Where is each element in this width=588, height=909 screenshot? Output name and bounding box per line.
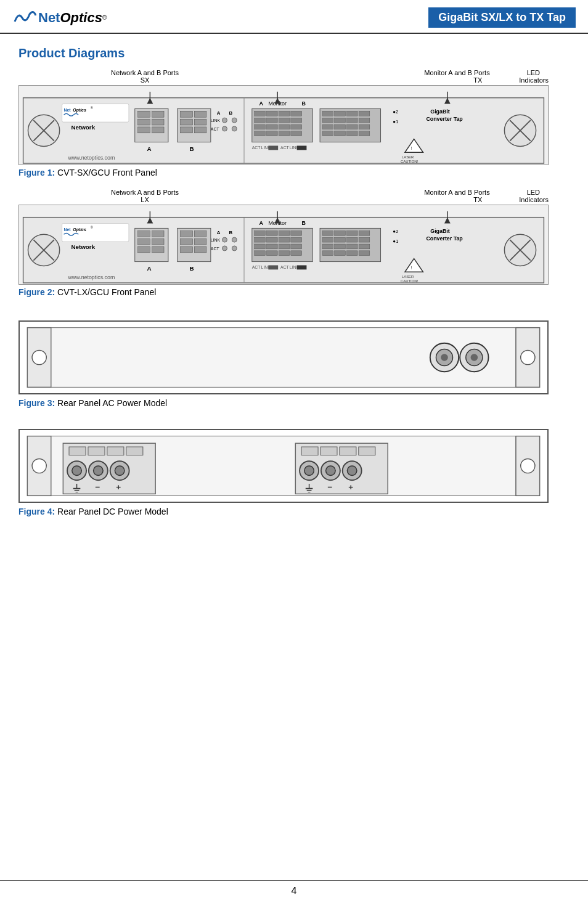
svg-rect-139 bbox=[266, 230, 277, 235]
svg-point-128 bbox=[232, 246, 237, 251]
logo-net-text: Net bbox=[38, 10, 60, 26]
svg-rect-109 bbox=[152, 238, 164, 245]
svg-rect-52 bbox=[266, 124, 277, 129]
svg-point-229 bbox=[326, 466, 335, 475]
svg-text:GigaBit: GigaBit bbox=[430, 108, 450, 115]
svg-rect-222 bbox=[301, 447, 318, 455]
figure2-caption: Figure 2: CVT-LX/GCU Front Panel bbox=[18, 287, 570, 297]
svg-text:●2: ●2 bbox=[393, 109, 398, 115]
logo-optics-text: Optics bbox=[60, 10, 102, 26]
fig2-tx-label: TX bbox=[473, 196, 482, 203]
svg-point-212 bbox=[94, 466, 103, 475]
figure1-diagram: Net Optics ® Network www.netoptics.com bbox=[18, 85, 549, 165]
svg-rect-46 bbox=[291, 111, 302, 116]
svg-rect-57 bbox=[279, 131, 290, 136]
svg-rect-151 bbox=[266, 251, 277, 256]
svg-rect-140 bbox=[279, 230, 290, 235]
svg-rect-148 bbox=[279, 244, 290, 249]
logo-registered: ® bbox=[102, 14, 107, 21]
svg-rect-176 bbox=[297, 265, 307, 269]
svg-rect-12 bbox=[152, 111, 164, 117]
svg-rect-142 bbox=[255, 237, 266, 242]
svg-rect-173 bbox=[268, 265, 278, 269]
svg-text:CAUTION!: CAUTION! bbox=[401, 279, 419, 283]
fig1-indicators-label: Indicators bbox=[519, 76, 549, 84]
svg-rect-167 bbox=[322, 251, 333, 256]
svg-rect-70 bbox=[346, 124, 357, 129]
fig2-monitor-ports-label: Monitor A and B Ports bbox=[424, 189, 489, 196]
svg-text:Net: Net bbox=[64, 108, 71, 112]
svg-rect-72 bbox=[322, 131, 333, 136]
svg-rect-153 bbox=[291, 251, 302, 256]
svg-point-33 bbox=[232, 126, 237, 131]
svg-point-200 bbox=[521, 350, 535, 364]
svg-rect-47 bbox=[255, 118, 266, 123]
main-content: Product Diagrams Network A and B Ports S… bbox=[0, 34, 588, 540]
svg-rect-208 bbox=[126, 447, 143, 455]
svg-rect-206 bbox=[88, 447, 105, 455]
svg-rect-114 bbox=[194, 230, 206, 237]
svg-rect-63 bbox=[359, 111, 370, 116]
svg-rect-156 bbox=[335, 230, 346, 235]
svg-rect-141 bbox=[291, 230, 302, 235]
svg-rect-169 bbox=[346, 251, 357, 256]
svg-rect-144 bbox=[279, 237, 290, 242]
page-footer: 4 bbox=[0, 880, 588, 897]
svg-text:+: + bbox=[116, 483, 121, 492]
svg-text:Optics: Optics bbox=[73, 108, 86, 113]
svg-text:Network: Network bbox=[71, 243, 95, 250]
svg-rect-155 bbox=[322, 230, 333, 235]
svg-rect-44 bbox=[266, 111, 277, 116]
svg-rect-75 bbox=[359, 131, 370, 136]
svg-rect-60 bbox=[322, 111, 333, 116]
svg-text:www.netoptics.com: www.netoptics.com bbox=[67, 274, 115, 280]
svg-rect-111 bbox=[152, 247, 164, 253]
svg-text:A: A bbox=[147, 265, 151, 272]
svg-rect-110 bbox=[138, 247, 150, 253]
svg-text:ACT: ACT bbox=[252, 145, 261, 150]
fig2-lx-label: LX bbox=[141, 196, 149, 203]
fig2-indicators-label: Indicators bbox=[519, 196, 549, 203]
svg-rect-18 bbox=[181, 111, 193, 117]
svg-rect-4 bbox=[62, 104, 129, 123]
svg-text:A: A bbox=[217, 110, 221, 116]
svg-rect-147 bbox=[266, 244, 277, 249]
svg-text:ACT: ACT bbox=[211, 127, 220, 131]
svg-rect-223 bbox=[321, 447, 337, 455]
svg-rect-69 bbox=[335, 124, 346, 129]
svg-text:A: A bbox=[259, 220, 264, 226]
svg-rect-138 bbox=[255, 230, 266, 235]
svg-rect-150 bbox=[255, 251, 266, 256]
svg-rect-166 bbox=[359, 244, 370, 249]
figure3-diagram bbox=[18, 320, 549, 394]
svg-rect-53 bbox=[279, 124, 290, 129]
svg-text:Converter Tap: Converter Tap bbox=[426, 235, 463, 242]
svg-rect-62 bbox=[346, 111, 357, 116]
logo-wave-icon bbox=[12, 9, 37, 26]
svg-rect-116 bbox=[194, 238, 206, 245]
svg-point-198 bbox=[471, 354, 478, 361]
svg-text:+: + bbox=[348, 483, 353, 492]
svg-text:−: − bbox=[96, 483, 100, 492]
svg-rect-78 bbox=[268, 145, 278, 150]
svg-rect-162 bbox=[359, 237, 370, 242]
fig1-tx-label: TX bbox=[473, 76, 482, 84]
svg-rect-159 bbox=[322, 237, 333, 242]
svg-text:®: ® bbox=[91, 226, 93, 229]
svg-rect-225 bbox=[359, 447, 375, 455]
svg-text:Network: Network bbox=[71, 124, 95, 131]
section-title: Product Diagrams bbox=[18, 46, 570, 60]
svg-point-127 bbox=[223, 246, 227, 251]
svg-text:!: ! bbox=[411, 266, 412, 270]
svg-point-125 bbox=[232, 237, 237, 242]
svg-rect-205 bbox=[69, 447, 86, 455]
svg-rect-14 bbox=[152, 119, 164, 125]
svg-text:●1: ●1 bbox=[393, 119, 398, 124]
svg-text:●2: ●2 bbox=[393, 229, 398, 234]
fig1-monitor-ports-label: Monitor A and B Ports bbox=[424, 69, 489, 76]
svg-text:LASER: LASER bbox=[402, 275, 414, 279]
svg-text:®: ® bbox=[91, 106, 93, 110]
svg-text:A: A bbox=[217, 230, 221, 235]
logo: NetOptics® bbox=[12, 9, 107, 26]
svg-rect-19 bbox=[194, 111, 206, 117]
